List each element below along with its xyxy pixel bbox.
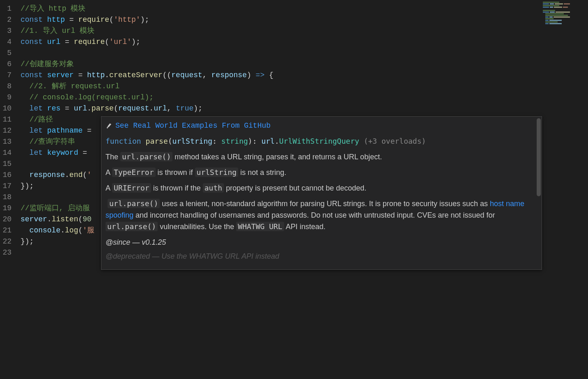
method-name: createServer (109, 71, 163, 79)
see-examples-link[interactable]: See Real World Examples From GitHub (115, 120, 271, 132)
paren: ( (114, 104, 118, 113)
dot: . (47, 215, 52, 223)
line-number: 10 (0, 103, 11, 114)
dot: . (105, 71, 109, 79)
string-literal: 'url' (109, 38, 131, 46)
comment-text: //创建服务对象 (21, 60, 74, 68)
code-line[interactable] (21, 48, 588, 59)
doc-text: is not a string. (238, 168, 286, 177)
line-number: 6 (0, 59, 11, 70)
comment-text: //导入 http 模块 (21, 5, 85, 13)
doc-text: A (106, 184, 112, 192)
doc-text: method takes a URL string, parses it, an… (172, 153, 382, 161)
paren: ) (193, 104, 198, 113)
sig-overload-count: (+3 overloads) (359, 137, 426, 145)
indent (21, 171, 30, 179)
since-value: v0.1.25 (142, 238, 166, 246)
line-number: 12 (0, 125, 11, 136)
code-line[interactable]: //创建服务对象 (21, 59, 588, 70)
paren: ( (168, 137, 172, 145)
doc-text: vulnerabilities. Use the (158, 223, 236, 231)
identifier: request (118, 104, 149, 113)
line-number: 8 (0, 81, 11, 92)
doc-text: is thrown if the (151, 184, 203, 192)
operator: = (60, 38, 74, 46)
line-number: 9 (0, 92, 11, 103)
identifier: res (47, 104, 60, 113)
indent (21, 82, 30, 90)
doc-text: API instead. (284, 223, 326, 231)
parameter: request (171, 71, 202, 79)
identifier: server (21, 215, 47, 223)
line-number: 13 (0, 136, 11, 147)
line-number: 3 (0, 25, 11, 37)
since-tag: @since — v0.1.25 (106, 237, 537, 248)
doc-code: URIError (112, 183, 151, 193)
code-line[interactable]: const url = require('url'); (21, 37, 588, 48)
method-name: end (69, 171, 83, 179)
doc-text: The (106, 153, 120, 161)
code-line[interactable]: //导入 http 模块 (21, 3, 588, 14)
comment-text: //2. 解析 request.url (30, 82, 120, 90)
paren: (( (163, 71, 172, 79)
comma: , (202, 71, 211, 79)
code-line[interactable]: // console.log(request.url); (21, 92, 588, 103)
dot: . (65, 171, 69, 179)
string-literal: ' (87, 171, 92, 179)
method-name: parse (92, 104, 114, 113)
line-number: 14 (0, 147, 11, 158)
code-line[interactable]: //1. 导入 url 模块 (21, 25, 588, 37)
function-name: require (78, 16, 109, 24)
deprecated-text: — Use the WHATWG URL API instead (150, 252, 279, 260)
sig-param: urlString (172, 137, 213, 145)
sig-type: string (221, 137, 248, 145)
tooltip-scrollbar[interactable] (537, 118, 541, 196)
paren: ) (131, 38, 136, 46)
doc-code: TypeError (112, 168, 156, 177)
string-literal: '服 (83, 226, 94, 234)
dot: . (87, 104, 92, 113)
minimap[interactable] (539, 0, 588, 29)
identifier: http (47, 16, 65, 24)
sig-namespace: url (261, 137, 275, 145)
line-number: 4 (0, 37, 11, 48)
deprecated-tag-truncated: @deprecated — Use the WHATWG URL API ins… (106, 250, 537, 262)
dot: . (60, 226, 65, 234)
line-number: 21 (0, 225, 11, 236)
hover-tooltip[interactable]: See Real World Examples From GitHub func… (101, 116, 542, 270)
doc-code: urlString (195, 168, 239, 177)
dot: . (149, 104, 154, 113)
operator: = (65, 16, 78, 24)
comment-text: //路径 (30, 115, 53, 124)
keyword: let (30, 149, 43, 157)
brace: }); (21, 237, 34, 246)
identifier: url (47, 38, 60, 46)
doc-paragraph: The url.parse() method takes a URL strin… (106, 151, 537, 163)
line-number-gutter: 1 2 3 4 5 6 7 8 9 10 11 12 13 14 15 16 1… (0, 0, 21, 379)
paren: ( (78, 226, 83, 234)
operator: = (78, 149, 87, 157)
paren: ) (140, 16, 145, 24)
keyword: let (30, 104, 43, 113)
number-literal: 90 (83, 215, 92, 223)
since-label: @since (106, 238, 130, 246)
code-line[interactable]: const server = http.createServer((reques… (21, 70, 588, 81)
identifier: url (74, 104, 87, 113)
comment-text: // console.log(request.url); (30, 93, 154, 101)
doc-text: uses a lenient, non-standard algorithm f… (160, 200, 490, 208)
colon: : (253, 137, 262, 145)
doc-code: WHATWG URL (236, 222, 284, 231)
keyword: const (21, 16, 43, 24)
code-line[interactable]: let res = url.parse(request.url, true); (21, 103, 588, 114)
code-line[interactable]: //2. 解析 request.url (21, 81, 588, 92)
line-number: 5 (0, 48, 11, 59)
indent (21, 93, 30, 101)
boolean-literal: true (176, 104, 193, 113)
code-line[interactable]: const http = require('http'); (21, 14, 588, 25)
doc-text: is thrown if (156, 168, 195, 177)
colon: : (212, 137, 221, 145)
line-number: 19 (0, 203, 11, 214)
signature: function parse(urlString: string): url.U… (106, 135, 537, 147)
indent (21, 149, 30, 157)
semicolon: ; (198, 104, 202, 113)
